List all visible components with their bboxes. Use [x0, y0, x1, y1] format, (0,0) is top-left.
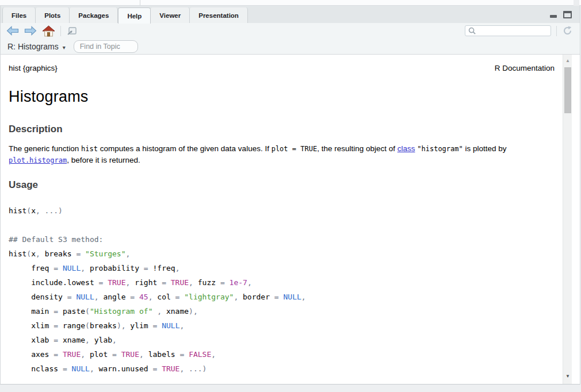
code-line: ## Default S3 method: — [9, 232, 555, 247]
doc-type-label: R Documentation — [495, 64, 555, 72]
outer-background — [0, 385, 581, 392]
description-text: is plotted by — [463, 144, 507, 153]
description-text: hist — [81, 145, 98, 153]
tab-files[interactable]: Files — [2, 7, 36, 23]
forward-button[interactable] — [24, 26, 37, 36]
doc-header: hist {graphics} R Documentation — [9, 64, 555, 72]
search-icon — [468, 26, 476, 35]
code-line: xlim = range(breaks), ylim = NULL, — [9, 318, 555, 333]
toolbar-separator — [60, 26, 61, 36]
page-title: Histograms — [9, 88, 555, 106]
topic-label: R: Histograms — [7, 42, 59, 51]
help-pane: FilesPlotsPackagesHelpViewerPresentation — [0, 6, 580, 385]
package-reference: hist {graphics} — [9, 64, 58, 72]
help-toolbar — [1, 23, 580, 39]
tab-plots[interactable]: Plots — [36, 7, 70, 23]
doc-link-plot.histogram[interactable]: plot.histogram — [9, 156, 67, 164]
minimize-icon[interactable] — [549, 11, 558, 18]
help-search-input[interactable] — [476, 27, 548, 35]
code-line: nclass = NULL, warn.unused = TRUE, ...) — [9, 362, 555, 376]
popout-window-icon — [66, 26, 77, 36]
code-line: main = paste("Histogram of" , xname), — [9, 304, 555, 318]
window-controls — [549, 6, 580, 23]
tab-list: FilesPlotsPackagesHelpViewerPresentation — [2, 6, 248, 23]
refresh-icon — [562, 25, 573, 36]
upper-pane-edge — [0, 0, 581, 6]
home-icon — [42, 25, 55, 37]
show-in-new-window-button[interactable] — [66, 26, 77, 36]
topic-dropdown[interactable]: R: Histograms ▾ — [7, 42, 66, 51]
upper-pane-scrollbar-sliver — [574, 0, 579, 6]
upper-pane-divider — [140, 0, 140, 6]
scroll-down-icon[interactable]: ▼ — [563, 372, 572, 381]
scrollbar-thumb[interactable] — [564, 67, 571, 113]
code-line: freq = NULL, probability = !freq, — [9, 261, 555, 275]
code-line: include.lowest = TRUE, right = TRUE, fuz… — [9, 275, 555, 290]
chevron-down-icon: ▾ — [63, 44, 66, 51]
scroll-up-icon[interactable]: ▲ — [563, 57, 572, 65]
home-button[interactable] — [42, 25, 55, 37]
forward-arrow-icon — [24, 26, 37, 36]
tab-presentation[interactable]: Presentation — [190, 7, 248, 23]
back-button[interactable] — [6, 26, 19, 36]
maximize-icon[interactable] — [563, 11, 572, 18]
refresh-button[interactable] — [562, 25, 573, 36]
doc-link-class[interactable]: class — [397, 144, 415, 153]
help-content: hist {graphics} R Documentation Histogra… — [1, 55, 580, 384]
code-line: axes = TRUE, plot = TRUE, labels = FALSE… — [9, 347, 555, 362]
description-text: , before it is returned. — [67, 156, 140, 164]
tab-help[interactable]: Help — [118, 7, 151, 24]
code-line: density = NULL, angle = 45, col = "light… — [9, 290, 555, 304]
code-line: hist(x, ...) — [9, 203, 555, 218]
toolbar-separator-2 — [556, 26, 557, 36]
description-heading: Description — [9, 124, 555, 135]
help-search-box[interactable] — [465, 25, 551, 36]
back-arrow-icon — [6, 26, 19, 36]
description-text: The generic function — [9, 144, 81, 153]
description-paragraph: The generic function hist computes a his… — [9, 143, 555, 166]
pane-tabbar: FilesPlotsPackagesHelpViewerPresentation — [1, 6, 580, 23]
description-text: "histogram" — [417, 145, 462, 153]
code-line — [9, 218, 555, 232]
usage-code: hist(x, ...) ## Default S3 method:hist(x… — [9, 203, 555, 376]
find-in-topic-input[interactable] — [74, 40, 138, 53]
description-text: plot = TRUE — [272, 145, 317, 153]
description-text: computes a histogram of the given data v… — [98, 144, 272, 153]
description-text: , the resulting object of — [317, 144, 397, 153]
help-subbar: R: Histograms ▾ — [1, 39, 580, 55]
vertical-scrollbar[interactable]: ▲ ▼ — [563, 55, 572, 384]
usage-heading: Usage — [9, 179, 555, 191]
code-line: hist(x, breaks = "Sturges", — [9, 247, 555, 261]
tab-packages[interactable]: Packages — [70, 7, 118, 23]
code-line: xlab = xname, ylab, — [9, 333, 555, 347]
tab-viewer[interactable]: Viewer — [151, 7, 190, 23]
